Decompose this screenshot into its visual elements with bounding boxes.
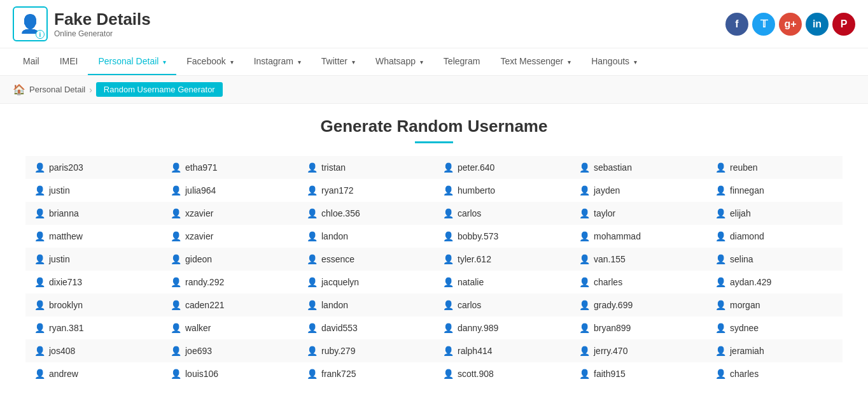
username-cell[interactable]: 👤andrew bbox=[25, 362, 162, 385]
username-cell[interactable]: 👤mohammad bbox=[570, 225, 706, 248]
username-cell[interactable]: 👤sebastian bbox=[570, 156, 706, 179]
username-cell[interactable]: 👤justin bbox=[25, 248, 162, 271]
username-cell[interactable]: 👤ryan172 bbox=[298, 179, 434, 202]
username-cell[interactable]: 👤charles bbox=[706, 362, 843, 385]
twitter-social-icon[interactable]: 𝕋 bbox=[752, 13, 775, 36]
username-cell[interactable]: 👤peter.640 bbox=[434, 156, 570, 179]
username-cell[interactable]: 👤danny.989 bbox=[434, 316, 570, 339]
username-cell[interactable]: 👤faith915 bbox=[570, 362, 706, 385]
username-cell[interactable]: 👤jerry.470 bbox=[570, 339, 706, 362]
nav-item-whatsapp[interactable]: Whatsapp ▾ bbox=[365, 48, 433, 75]
user-icon: 👤 bbox=[715, 254, 726, 264]
username-cell[interactable]: 👤jacquelyn bbox=[298, 271, 434, 294]
nav-link-hangouts[interactable]: Hangouts ▾ bbox=[581, 48, 647, 74]
username-cell[interactable]: 👤xzavier bbox=[162, 225, 298, 248]
username-cell[interactable]: 👤louis106 bbox=[162, 362, 298, 385]
nav-item-text-messenger[interactable]: Text Messenger ▾ bbox=[490, 48, 581, 75]
username-cell[interactable]: 👤walker bbox=[162, 316, 298, 339]
username-cell[interactable]: 👤sydnee bbox=[706, 316, 843, 339]
username-cell[interactable]: 👤jeramiah bbox=[706, 339, 843, 362]
username-label: essence bbox=[321, 254, 354, 264]
username-cell[interactable]: 👤caden221 bbox=[162, 294, 298, 316]
username-cell[interactable]: 👤carlos bbox=[434, 294, 570, 316]
nav-item-instagram[interactable]: Instagram ▾ bbox=[244, 48, 311, 75]
nav-item-imei[interactable]: IMEI bbox=[50, 48, 88, 75]
username-cell[interactable]: 👤reuben bbox=[706, 156, 843, 179]
username-cell[interactable]: 👤xzavier bbox=[162, 202, 298, 225]
nav-link-whatsapp[interactable]: Whatsapp ▾ bbox=[365, 48, 433, 74]
user-icon: 👤 bbox=[715, 208, 726, 218]
username-cell[interactable]: 👤selina bbox=[706, 248, 843, 271]
username-cell[interactable]: 👤dixie713 bbox=[25, 271, 162, 294]
username-cell[interactable]: 👤essence bbox=[298, 248, 434, 271]
username-cell[interactable]: 👤julia964 bbox=[162, 179, 298, 202]
pinterest-social-icon[interactable]: P bbox=[832, 13, 855, 36]
nav-link-text-messenger[interactable]: Text Messenger ▾ bbox=[490, 48, 581, 74]
username-cell[interactable]: 👤morgan bbox=[706, 294, 843, 316]
caret-icon: ▾ bbox=[298, 59, 301, 66]
username-cell[interactable]: 👤elijah bbox=[706, 202, 843, 225]
username-cell[interactable]: 👤brianna bbox=[25, 202, 162, 225]
username-cell[interactable]: 👤grady.699 bbox=[570, 294, 706, 316]
username-cell[interactable]: 👤etha971 bbox=[162, 156, 298, 179]
nav-link-personal-detail[interactable]: Personal Detail ▾ bbox=[88, 48, 176, 75]
breadcrumb-personal-detail[interactable]: Personal Detail bbox=[29, 85, 85, 94]
username-label: gideon bbox=[185, 254, 212, 264]
username-cell[interactable]: 👤ruby.279 bbox=[298, 339, 434, 362]
username-cell[interactable]: 👤humberto bbox=[434, 179, 570, 202]
nav-item-mail[interactable]: Mail bbox=[13, 48, 50, 75]
nav-link-twitter[interactable]: Twitter ▾ bbox=[311, 48, 365, 74]
username-cell[interactable]: 👤david553 bbox=[298, 316, 434, 339]
googleplus-social-icon[interactable]: g+ bbox=[779, 13, 802, 36]
username-label: david553 bbox=[321, 323, 358, 333]
username-cell[interactable]: 👤matthew bbox=[25, 225, 162, 248]
facebook-social-icon[interactable]: f bbox=[725, 13, 748, 36]
username-cell[interactable]: 👤finnegan bbox=[706, 179, 843, 202]
nav-link-instagram[interactable]: Instagram ▾ bbox=[244, 48, 311, 74]
username-cell[interactable]: 👤jos408 bbox=[25, 339, 162, 362]
user-icon: 👤 bbox=[715, 185, 726, 195]
username-cell[interactable]: 👤bobby.573 bbox=[434, 225, 570, 248]
username-cell[interactable]: 👤bryan899 bbox=[570, 316, 706, 339]
username-cell[interactable]: 👤jayden bbox=[570, 179, 706, 202]
nav-item-facebook[interactable]: Facebook ▾ bbox=[176, 48, 243, 75]
username-cell[interactable]: 👤frank725 bbox=[298, 362, 434, 385]
nav-item-hangouts[interactable]: Hangouts ▾ bbox=[581, 48, 647, 75]
home-icon[interactable]: 🏠 bbox=[13, 83, 25, 96]
nav-item-twitter[interactable]: Twitter ▾ bbox=[311, 48, 365, 75]
username-cell[interactable]: 👤randy.292 bbox=[162, 271, 298, 294]
username-cell[interactable]: 👤justin bbox=[25, 179, 162, 202]
nav-item-telegram[interactable]: Telegram bbox=[433, 48, 491, 75]
data-format-link[interactable]: Data format bbox=[0, 398, 868, 405]
nav-link-imei[interactable]: IMEI bbox=[50, 48, 88, 74]
username-cell[interactable]: 👤taylor bbox=[570, 202, 706, 225]
username-cell[interactable]: 👤ralph414 bbox=[434, 339, 570, 362]
username-cell[interactable]: 👤van.155 bbox=[570, 248, 706, 271]
user-icon: 👤 bbox=[579, 254, 590, 264]
username-cell[interactable]: 👤brooklyn bbox=[25, 294, 162, 316]
user-icon: 👤 bbox=[579, 346, 590, 356]
username-cell[interactable]: 👤landon bbox=[298, 294, 434, 316]
username-cell[interactable]: 👤tyler.612 bbox=[434, 248, 570, 271]
nav-link-mail[interactable]: Mail bbox=[13, 48, 50, 74]
username-cell[interactable]: 👤natalie bbox=[434, 271, 570, 294]
username-cell[interactable]: 👤paris203 bbox=[25, 156, 162, 179]
nav-link-facebook[interactable]: Facebook ▾ bbox=[176, 48, 243, 74]
username-cell[interactable]: 👤gideon bbox=[162, 248, 298, 271]
username-cell[interactable]: 👤scott.908 bbox=[434, 362, 570, 385]
username-cell[interactable]: 👤ryan.381 bbox=[25, 316, 162, 339]
username-cell[interactable]: 👤carlos bbox=[434, 202, 570, 225]
username-cell[interactable]: 👤charles bbox=[570, 271, 706, 294]
username-cell[interactable]: 👤diamond bbox=[706, 225, 843, 248]
username-cell[interactable]: 👤chloe.356 bbox=[298, 202, 434, 225]
nav-link-telegram[interactable]: Telegram bbox=[433, 48, 491, 74]
username-cell[interactable]: 👤joe693 bbox=[162, 339, 298, 362]
nav-item-personal-detail[interactable]: Personal Detail ▾ bbox=[88, 48, 176, 75]
user-icon: 👤 bbox=[34, 162, 45, 173]
caret-icon: ▾ bbox=[230, 59, 234, 66]
page-title: Generate Random Username bbox=[25, 117, 843, 136]
username-cell[interactable]: 👤tristan bbox=[298, 156, 434, 179]
linkedin-social-icon[interactable]: in bbox=[806, 13, 829, 36]
username-cell[interactable]: 👤aydan.429 bbox=[706, 271, 843, 294]
username-cell[interactable]: 👤landon bbox=[298, 225, 434, 248]
